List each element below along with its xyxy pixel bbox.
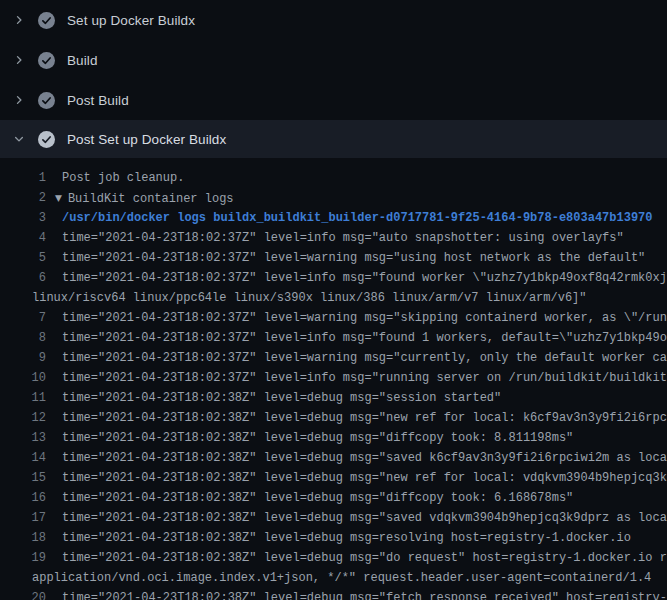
line-number[interactable]: 15 — [0, 468, 46, 488]
log-text: time="2021-04-23T18:02:37Z" level=info m… — [62, 271, 667, 285]
check-circle-icon — [38, 92, 55, 109]
chevron-right-icon — [12, 53, 26, 67]
step-row-post-build[interactable]: Post Build — [0, 80, 667, 120]
log-line: 9time="2021-04-23T18:02:37Z" level=warni… — [0, 348, 667, 368]
line-number[interactable]: 16 — [0, 488, 46, 508]
log-text: time="2021-04-23T18:02:38Z" level=debug … — [62, 451, 667, 465]
line-number[interactable]: 13 — [0, 428, 46, 448]
line-number[interactable]: 18 — [0, 528, 46, 548]
line-number[interactable]: 8 — [0, 328, 46, 348]
step-label: Set up Docker Buildx — [67, 13, 195, 28]
chevron-right-icon — [12, 13, 26, 27]
step-label: Post Build — [67, 93, 129, 108]
log-line: 7time="2021-04-23T18:02:37Z" level=warni… — [0, 308, 667, 328]
log-line: 3/usr/bin/docker logs buildx_buildkit_bu… — [0, 208, 667, 228]
log-command-text: /usr/bin/docker logs buildx_buildkit_bui… — [62, 211, 653, 225]
log-text: time="2021-04-23T18:02:37Z" level=info m… — [62, 331, 667, 345]
log-line-wrap: application/vnd.oci.image.index.v1+json,… — [0, 568, 667, 588]
step-row-build[interactable]: Build — [0, 40, 667, 80]
log-line: 6time="2021-04-23T18:02:37Z" level=info … — [0, 268, 667, 288]
line-number[interactable]: 12 — [0, 408, 46, 428]
line-number[interactable]: 19 — [0, 548, 46, 568]
line-number[interactable]: 11 — [0, 388, 46, 408]
steps-list: Set up Docker Buildx Build Post Build Po… — [0, 0, 667, 158]
step-row-post-set-up-docker-buildx[interactable]: Post Set up Docker Buildx — [0, 120, 667, 158]
line-number[interactable]: 1 — [0, 168, 46, 188]
log-line: 10time="2021-04-23T18:02:37Z" level=info… — [0, 368, 667, 388]
log-line: 14time="2021-04-23T18:02:38Z" level=debu… — [0, 448, 667, 468]
check-circle-icon — [38, 52, 55, 69]
line-number[interactable]: 14 — [0, 448, 46, 468]
log-line: 20time="2021-04-23T18:02:38Z" level=debu… — [0, 588, 667, 600]
log-line: 11time="2021-04-23T18:02:38Z" level=debu… — [0, 388, 667, 408]
step-row-set-up-docker-buildx[interactable]: Set up Docker Buildx — [0, 0, 667, 40]
log-text: time="2021-04-23T18:02:37Z" level=info m… — [62, 371, 667, 385]
disclosure-triangle-icon[interactable]: ▼ — [55, 188, 62, 208]
log-line: 2▼BuildKit container logs — [0, 188, 667, 208]
log-line: 1Post job cleanup. — [0, 168, 667, 188]
log-text[interactable]: BuildKit container logs — [68, 192, 234, 206]
check-circle-icon — [38, 131, 55, 148]
line-number[interactable]: 17 — [0, 508, 46, 528]
step-label: Post Set up Docker Buildx — [67, 132, 226, 147]
step-label: Build — [67, 53, 98, 68]
log-line: 4time="2021-04-23T18:02:37Z" level=info … — [0, 228, 667, 248]
log-text: time="2021-04-23T18:02:37Z" level=warnin… — [62, 251, 645, 265]
log-line: 18time="2021-04-23T18:02:38Z" level=debu… — [0, 528, 667, 548]
log-line: 16time="2021-04-23T18:02:38Z" level=debu… — [0, 488, 667, 508]
check-circle-icon — [38, 12, 55, 29]
line-number[interactable]: 5 — [0, 248, 46, 268]
line-number[interactable]: 4 — [0, 228, 46, 248]
log-text: Post job cleanup. — [62, 171, 184, 185]
chevron-right-icon — [12, 93, 26, 107]
line-number[interactable]: 7 — [0, 308, 46, 328]
log-text: time="2021-04-23T18:02:38Z" level=debug … — [62, 411, 667, 425]
log-area: 1Post job cleanup.2▼BuildKit container l… — [0, 158, 667, 600]
log-text: time="2021-04-23T18:02:38Z" level=debug … — [62, 471, 667, 485]
log-line: 15time="2021-04-23T18:02:38Z" level=debu… — [0, 468, 667, 488]
log-text: time="2021-04-23T18:02:38Z" level=debug … — [62, 431, 573, 445]
line-number[interactable]: 20 — [0, 588, 46, 600]
log-text: time="2021-04-23T18:02:38Z" level=debug … — [62, 591, 667, 600]
log-line: 5time="2021-04-23T18:02:37Z" level=warni… — [0, 248, 667, 268]
log-text: time="2021-04-23T18:02:37Z" level=warnin… — [62, 311, 667, 325]
log-line: 12time="2021-04-23T18:02:38Z" level=debu… — [0, 408, 667, 428]
line-number[interactable]: 10 — [0, 368, 46, 388]
log-text: time="2021-04-23T18:02:38Z" level=debug … — [62, 491, 573, 505]
line-number[interactable]: 9 — [0, 348, 46, 368]
log-text: time="2021-04-23T18:02:38Z" level=debug … — [62, 391, 501, 405]
line-number[interactable]: 3 — [0, 208, 46, 228]
line-number[interactable]: 2 — [0, 188, 46, 208]
log-line: 19time="2021-04-23T18:02:38Z" level=debu… — [0, 548, 667, 568]
log-text: time="2021-04-23T18:02:37Z" level=warnin… — [62, 351, 667, 365]
log-line: 17time="2021-04-23T18:02:38Z" level=debu… — [0, 508, 667, 528]
chevron-down-icon — [12, 132, 26, 146]
log-text: time="2021-04-23T18:02:38Z" level=debug … — [62, 551, 667, 565]
log-line: 8time="2021-04-23T18:02:37Z" level=info … — [0, 328, 667, 348]
log-line-wrap: linux/riscv64 linux/ppc64le linux/s390x … — [0, 288, 667, 308]
line-number[interactable]: 6 — [0, 268, 46, 288]
log-text: time="2021-04-23T18:02:38Z" level=debug … — [62, 511, 667, 525]
log-text: time="2021-04-23T18:02:37Z" level=info m… — [62, 231, 624, 245]
log-line: 13time="2021-04-23T18:02:38Z" level=debu… — [0, 428, 667, 448]
log-text: time="2021-04-23T18:02:38Z" level=debug … — [62, 531, 631, 545]
